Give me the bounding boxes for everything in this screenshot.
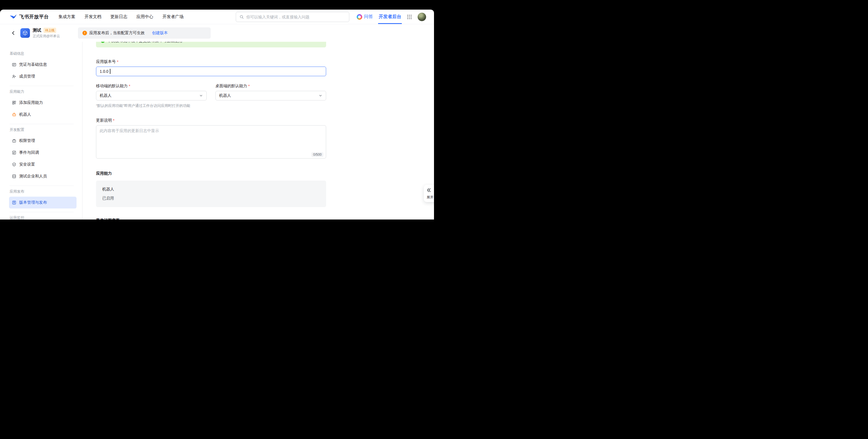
test-company-icon (12, 174, 17, 178)
security-icon (12, 162, 17, 167)
warning-icon: ! (83, 31, 87, 35)
version-label: 应用版本号* (96, 59, 326, 64)
sidebar-section-capability: 应用能力 (9, 90, 76, 94)
members-icon (12, 74, 17, 79)
sidebar-item-label: 权限管理 (19, 138, 35, 143)
chevron-down-icon (199, 94, 203, 98)
notice-text: 应用发布后，当前配置方可生效 (89, 31, 145, 36)
app-meta: 测试 待上线 正式应用@环界云 (33, 28, 60, 39)
sidebar-divider (9, 86, 74, 86)
content-area: 基础信息 凭证与基础信息 成员管理 应用能力 (0, 42, 434, 220)
status-badge: 待上线 (43, 28, 56, 33)
user-avatar[interactable] (417, 13, 426, 21)
sidebar-item-events-callback[interactable]: 事件与回调 (9, 147, 76, 159)
nav-right-cluster: 问答 开发者后台 (356, 9, 426, 24)
sidebar-item-label: 测试企业和人员 (19, 174, 47, 179)
success-banner-text: 本次发布免审核，提交发布后即可上线使用 (107, 42, 182, 43)
required-mark: * (129, 84, 130, 88)
sidebar-item-add-capability[interactable]: 添加应用能力 (9, 97, 76, 109)
qa-ring-icon (356, 14, 362, 20)
sidebar-divider (9, 124, 74, 124)
app-subtitle: 正式应用@环界云 (33, 34, 60, 39)
text-caret (110, 69, 111, 74)
capability-status: 已启用 (102, 196, 320, 201)
nav-item-app-center[interactable]: 应用中心 (136, 14, 153, 20)
main-panel: 本次发布免审核，提交发布后即可上线使用 应用版本号* 移动端的默认能力* (83, 42, 434, 220)
sidebar: 基础信息 凭证与基础信息 成员管理 应用能力 (0, 42, 83, 220)
expand-panel-label: 展开 (427, 195, 433, 200)
sidebar-section-basic: 基础信息 (9, 52, 76, 56)
capability-hint: “默认的应用功能”即用户通过工作台访问应用时打开的功能 (96, 103, 326, 108)
credential-icon (12, 62, 17, 67)
feishu-brand[interactable]: 飞书开放平台 (9, 13, 49, 20)
primary-nav: 集成方案 开发文档 更新日志 应用中心 开发者广场 (58, 14, 184, 20)
search-icon (240, 15, 244, 19)
events-section-title: 事件订阅变更 (96, 218, 326, 220)
sidebar-section-monitoring: 运营监控 (9, 215, 76, 220)
char-counter: 0/500 (311, 153, 323, 157)
mobile-capability-label: 移动端的默认能力* (96, 83, 207, 89)
sidebar-item-label: 添加应用能力 (19, 100, 43, 105)
developer-console-label: 开发者后台 (379, 14, 401, 20)
publish-notice-banner: ! 应用发布后，当前配置方可生效 创建版本 (78, 27, 211, 39)
nav-item-integration[interactable]: 集成方案 (58, 14, 75, 20)
desktop-capability-label: 桌面端的默认能力* (215, 83, 326, 89)
sidebar-divider (9, 185, 74, 186)
brand-name: 飞书开放平台 (19, 13, 49, 20)
desktop-capability-select[interactable]: 机器人 (215, 91, 326, 100)
app-name: 测试 (33, 28, 41, 33)
apps-grid-icon[interactable] (407, 14, 412, 20)
capability-name: 机器人 (102, 187, 320, 192)
qa-label: 问答 (364, 14, 373, 20)
update-notes-textarea[interactable] (96, 125, 326, 159)
sidebar-item-label: 凭证与基础信息 (19, 62, 47, 67)
update-notes-label: 更新说明* (96, 118, 326, 123)
version-release-icon (12, 200, 17, 205)
event-callback-icon (12, 150, 17, 155)
nav-item-dev-plaza[interactable]: 开发者广场 (162, 14, 184, 20)
app-header: 测试 待上线 正式应用@环界云 ! 应用发布后，当前配置方可生效 创建版本 (0, 24, 434, 42)
sidebar-item-credentials[interactable]: 凭证与基础信息 (9, 59, 76, 71)
browser-window: 飞书开放平台 集成方案 开发文档 更新日志 应用中心 开发者广场 问答 开发者后… (0, 9, 434, 220)
sidebar-item-label: 安全设置 (19, 162, 35, 167)
top-navigation: 飞书开放平台 集成方案 开发文档 更新日志 应用中心 开发者广场 问答 开发者后… (0, 9, 434, 24)
permission-icon (12, 138, 17, 143)
success-check-icon (100, 42, 105, 43)
version-input[interactable] (96, 67, 326, 76)
create-version-link[interactable]: 创建版本 (152, 31, 168, 36)
desktop-capability-value: 机器人 (219, 93, 231, 98)
sidebar-item-label: 成员管理 (19, 74, 35, 79)
sidebar-item-label: 版本管理与发布 (19, 200, 47, 205)
mobile-capability-select[interactable]: 机器人 (96, 91, 207, 100)
nav-item-docs[interactable]: 开发文档 (85, 14, 101, 20)
feishu-logo-icon (9, 14, 17, 20)
success-banner: 本次发布免审核，提交发布后即可上线使用 (96, 42, 326, 47)
sidebar-section-release: 应用发布 (9, 189, 76, 194)
add-capability-icon (12, 100, 17, 105)
sidebar-item-security[interactable]: 安全设置 (9, 159, 76, 170)
chevron-left-icon (11, 31, 16, 36)
double-chevron-left-icon (426, 188, 431, 193)
required-mark: * (248, 84, 250, 88)
global-search[interactable] (236, 12, 349, 22)
chevron-down-icon (318, 94, 322, 98)
sidebar-item-bot[interactable]: 机器人 (9, 109, 76, 121)
sidebar-item-version-release[interactable]: 版本管理与发布 (9, 197, 76, 208)
sidebar-item-label: 事件与回调 (19, 150, 39, 155)
nav-item-changelog[interactable]: 更新日志 (111, 14, 127, 20)
sidebar-item-permissions[interactable]: 权限管理 (9, 135, 76, 147)
sidebar-divider (9, 212, 74, 212)
expand-panel-toggle[interactable]: 展开 (424, 185, 434, 202)
bot-icon (12, 112, 17, 117)
app-logo-icon (20, 28, 30, 38)
capability-section-title: 应用能力 (96, 171, 326, 176)
capability-card: 机器人 已启用 (96, 180, 326, 207)
developer-console-tab[interactable]: 开发者后台 (379, 9, 401, 24)
required-mark: * (113, 118, 114, 123)
sidebar-item-members[interactable]: 成员管理 (9, 71, 76, 82)
search-input[interactable] (246, 15, 346, 19)
sidebar-item-test-company[interactable]: 测试企业和人员 (9, 170, 76, 182)
back-button[interactable] (11, 31, 16, 36)
qa-link[interactable]: 问答 (356, 14, 373, 20)
required-mark: * (117, 60, 118, 64)
